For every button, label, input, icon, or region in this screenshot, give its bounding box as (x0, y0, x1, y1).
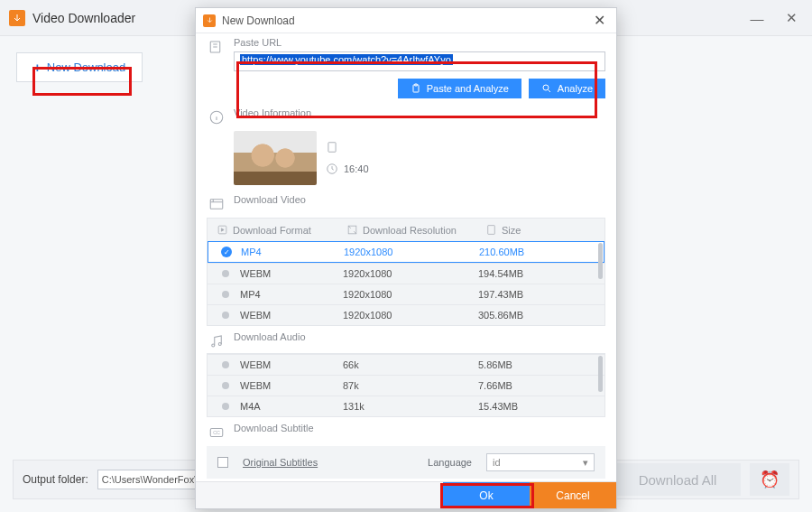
video-row[interactable]: MP4 1920x1080 197.43MB (208, 284, 604, 304)
audio-row[interactable]: M4A 131k 15.43MB (208, 396, 604, 416)
language-label: Language (428, 457, 472, 468)
original-subtitles-label[interactable]: Original Subtitles (243, 457, 318, 468)
language-select[interactable]: id ▾ (486, 453, 595, 471)
format-icon (217, 224, 228, 236)
video-scrollbar[interactable] (598, 243, 603, 279)
app-logo-icon (9, 10, 25, 26)
new-download-dialog: New Download ✕ Paste URL https://www.you… (195, 7, 617, 509)
video-thumbnail (234, 131, 317, 185)
output-folder-label: Output folder: (23, 473, 88, 486)
clock-icon (326, 163, 338, 175)
dialog-footer: Ok Cancel (196, 481, 616, 508)
download-audio-label: Download Audio (234, 331, 605, 342)
video-format-table: Download Format Download Resolution Size… (207, 218, 605, 326)
schedule-button[interactable]: ⏰ (750, 463, 789, 496)
url-input[interactable]: https://www.youtube.com/watch?v=4ArItwfA… (234, 51, 605, 71)
file-icon (326, 141, 338, 154)
close-button[interactable]: ✕ (774, 10, 808, 26)
ok-button[interactable]: Ok (443, 482, 530, 508)
chevron-down-icon: ▾ (583, 457, 588, 469)
radio-icon (222, 270, 229, 277)
svg-point-11 (212, 344, 215, 347)
audio-scrollbar[interactable] (598, 356, 603, 392)
analyze-button[interactable]: Analyze (529, 79, 605, 98)
svg-text:CC: CC (213, 430, 220, 435)
original-subtitles-checkbox[interactable] (217, 457, 228, 468)
search-icon (541, 83, 552, 94)
audio-format-table: WEBM 66k 5.86MB WEBM 87k 7.66MB M4A 131k… (207, 353, 605, 417)
new-download-button[interactable]: + New Download (16, 52, 143, 82)
video-duration: 16:40 (344, 163, 369, 174)
radio-icon (222, 291, 229, 298)
svg-rect-10 (488, 226, 495, 235)
size-icon (485, 224, 497, 236)
video-row[interactable]: WEBM 1920x1080 194.54MB (208, 263, 604, 284)
svg-rect-5 (328, 143, 336, 153)
radio-icon (222, 403, 229, 410)
download-video-label: Download Video (234, 194, 605, 205)
svg-point-12 (218, 343, 221, 346)
dialog-titlebar: New Download ✕ (196, 8, 616, 33)
cancel-button[interactable]: Cancel (530, 482, 616, 508)
radio-icon (222, 312, 229, 319)
radio-icon (222, 382, 229, 389)
resolution-icon (346, 224, 358, 236)
audio-row[interactable]: WEBM 87k 7.66MB (208, 375, 604, 396)
audio-row[interactable]: WEBM 66k 5.86MB (208, 354, 604, 375)
paste-and-analyze-button[interactable]: Paste and Analyze (398, 79, 521, 98)
new-download-label: New Download (47, 61, 125, 74)
clock-icon: ⏰ (760, 470, 780, 489)
video-row[interactable]: WEBM 1920x1080 305.86MB (208, 304, 604, 325)
minimize-button[interactable]: — (740, 11, 774, 26)
audio-icon (207, 333, 226, 349)
download-all-button[interactable]: Download All (614, 463, 741, 496)
url-icon (207, 39, 226, 55)
clipboard-icon (411, 83, 421, 94)
subtitle-options: Original Subtitles Language id ▾ (207, 446, 605, 479)
subtitle-icon: CC (207, 424, 226, 441)
download-subtitle-label: Download Subtitle (234, 423, 605, 433)
dialog-title: New Download (222, 14, 295, 27)
video-icon (207, 196, 226, 212)
svg-point-3 (543, 85, 549, 90)
svg-rect-7 (210, 200, 223, 209)
paste-url-label: Paste URL (234, 37, 605, 48)
radio-icon (222, 361, 229, 368)
video-info-label: Video Information (234, 107, 605, 118)
info-icon (207, 109, 226, 126)
video-row[interactable]: ✓ MP4 1920x1080 210.60MB (208, 241, 604, 263)
app-title: Video Downloader (32, 11, 135, 25)
check-icon: ✓ (221, 247, 232, 257)
dialog-close-button[interactable]: ✕ (590, 12, 609, 29)
plus-icon: + (33, 61, 42, 74)
dialog-logo-icon (203, 14, 216, 27)
